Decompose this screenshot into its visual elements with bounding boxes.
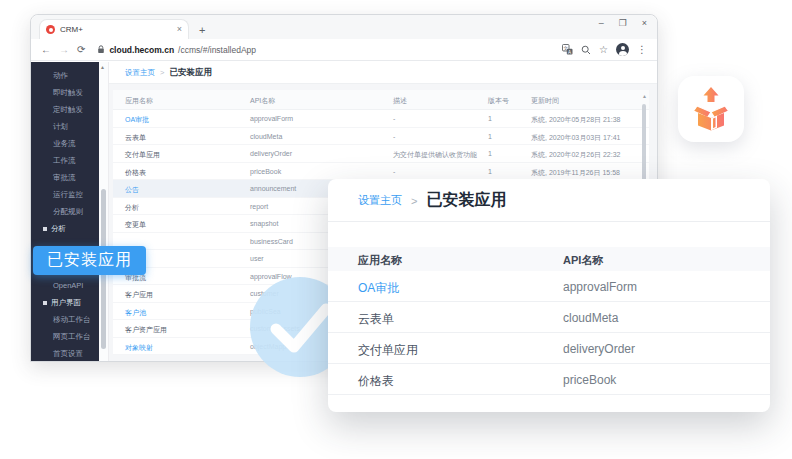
column-header: 更新时间 <box>531 96 559 106</box>
sidebar-item[interactable]: 工作流 <box>31 152 99 169</box>
sidebar-item[interactable]: 首页设置 <box>31 345 99 361</box>
breadcrumb-home-link[interactable]: 设置主页 <box>125 68 155 78</box>
sidebar-item[interactable]: 分析 <box>31 220 99 237</box>
sidebar-item[interactable]: 用户界面 <box>31 294 99 311</box>
app-name-cell: 分析 <box>125 203 139 213</box>
unbox-upload-icon <box>690 86 732 132</box>
sidebar-item[interactable]: 移动工作台 <box>31 311 99 328</box>
overlay-api-name-cell: cloudMeta <box>563 311 618 325</box>
overlay-api-name-cell: priceBook <box>563 373 616 387</box>
app-name-link[interactable]: 客户池 <box>125 308 146 318</box>
version-cell: 1 <box>488 150 492 157</box>
sidebar-item-label: 移动工作台 <box>53 315 91 325</box>
section-bullet-icon <box>43 227 47 231</box>
app-name-link[interactable]: 公告 <box>125 185 139 195</box>
overlay-breadcrumb-separator: > <box>411 195 417 207</box>
sidebar-item[interactable]: 审批流 <box>31 169 99 186</box>
close-button[interactable]: × <box>642 18 647 28</box>
sidebar-item[interactable]: 网页工作台 <box>31 328 99 345</box>
sidebar-item-label: 运行监控 <box>53 190 83 200</box>
sidebar-item-label: 审批流 <box>53 173 76 183</box>
overlay-table-row[interactable]: OA审批approvalForm <box>328 271 770 302</box>
url-domain: cloud.hecom.cn <box>109 45 174 55</box>
updated-time-cell: 系统, 2020年02月26日 22:32 <box>531 150 621 160</box>
app-name-link[interactable]: 对象映射 <box>125 343 153 353</box>
install-app-icon-card <box>678 76 744 142</box>
more-menu-icon[interactable]: ⋮ <box>637 45 647 55</box>
scroll-up-icon[interactable]: ▲ <box>100 64 105 70</box>
table-row[interactable]: 交付单应用deliveryOrder为交付单提供确认收货功能1系统, 2020年… <box>113 145 649 163</box>
profile-avatar[interactable] <box>616 43 629 56</box>
overlay-column-header: 应用名称 <box>358 253 402 268</box>
api-name-cell: cloudMeta <box>250 133 282 140</box>
tab-close-icon[interactable]: × <box>177 25 182 34</box>
column-header: 版本号 <box>488 96 509 106</box>
crm-logo-icon <box>46 25 55 34</box>
sidebar-item[interactable]: 计划 <box>31 118 99 135</box>
browser-toolbar: ← → ⟳ cloud.hecom.cn/ccms/#/installedApp… <box>31 39 657 61</box>
sidebar-item[interactable]: OpenAPI <box>31 277 99 294</box>
breadcrumb: 设置主页 > 已安装应用 <box>109 62 657 84</box>
zoom-icon[interactable] <box>581 45 591 55</box>
version-cell: 1 <box>488 133 492 140</box>
overlay-table-body: OA审批approvalForm云表单cloudMeta交付单应用deliver… <box>328 271 770 395</box>
sidebar-item[interactable]: 业务流 <box>31 135 99 152</box>
overlay-breadcrumb-home-link[interactable]: 设置主页 <box>358 193 402 208</box>
overlay-api-name-cell: approvalForm <box>563 280 637 294</box>
bookmark-star-icon[interactable]: ☆ <box>599 45 608 55</box>
lock-icon <box>97 45 105 54</box>
address-bar[interactable]: cloud.hecom.cn/ccms/#/installedApp <box>93 45 554 55</box>
description-cell: - <box>393 168 395 175</box>
table-row[interactable]: 价格表priceBook-1系统, 2019年11月26日 15:58 <box>113 163 649 181</box>
app-name-cell: 价格表 <box>125 168 146 178</box>
sidebar-item-label: 首页设置 <box>53 349 83 359</box>
sidebar-item[interactable]: 动作 <box>31 67 99 84</box>
description-cell: 为交付单提供确认收货功能 <box>393 150 477 160</box>
sidebar-item[interactable]: 即时触发 <box>31 84 99 101</box>
toolbar-actions: 文 A ☆ ⋮ <box>562 43 647 56</box>
table-row[interactable]: 云表单cloudMeta-1系统, 2020年03月03日 17:41 <box>113 128 649 146</box>
sidebar-item-label: 业务流 <box>53 139 76 149</box>
forward-button[interactable]: → <box>59 45 69 55</box>
breadcrumb-separator: > <box>160 68 164 77</box>
overlay-app-name-link[interactable]: OA审批 <box>358 280 399 297</box>
table-row[interactable]: OA审批approvalForm-1系统, 2020年05月28日 21:38 <box>113 110 649 128</box>
table-header-row: 应用名称API名称描述版本号更新时间 <box>113 90 649 110</box>
overlay-divider <box>328 221 770 222</box>
translate-icon[interactable]: 文 A <box>562 44 573 55</box>
sidebar-item-label: 定时触发 <box>53 105 83 115</box>
sidebar-item-label: 即时触发 <box>53 88 83 98</box>
updated-time-cell: 系统, 2020年03月03日 17:41 <box>531 133 621 143</box>
overlay-column-header: API名称 <box>563 253 603 268</box>
overlay-table-row[interactable]: 交付单应用deliveryOrder <box>328 333 770 364</box>
minimize-button[interactable]: – <box>599 18 604 28</box>
overlay-app-name-cell: 交付单应用 <box>358 342 418 359</box>
sidebar-item[interactable]: 分配规则 <box>31 203 99 220</box>
overlay-app-name-cell: 价格表 <box>358 373 394 390</box>
overlay-table-row[interactable]: 价格表priceBook <box>328 364 770 395</box>
new-tab-button[interactable]: + <box>199 24 205 36</box>
api-name-cell: report <box>250 203 268 210</box>
sidebar-item-label: 工作流 <box>53 156 76 166</box>
sidebar-item-label: 计划 <box>53 122 68 132</box>
overlay-api-name-cell: deliveryOrder <box>563 342 635 356</box>
url-path: /ccms/#/installedApp <box>178 45 256 55</box>
app-name-link[interactable]: OA审批 <box>125 115 149 125</box>
api-name-cell: announcement <box>250 185 296 192</box>
sidebar-item[interactable]: 定时触发 <box>31 101 99 118</box>
reload-button[interactable]: ⟳ <box>77 45 85 55</box>
restore-button[interactable]: ❐ <box>619 18 627 28</box>
back-button[interactable]: ← <box>41 45 51 55</box>
sidebar-item[interactable]: 运行监控 <box>31 186 99 203</box>
sidebar-menu: 动作即时触发定时触发计划业务流工作流审批流运行监控分配规则分析OpenAPI用户… <box>31 62 99 361</box>
overlay-page-title: 已安装应用 <box>426 190 506 211</box>
browser-tab[interactable]: CRM+ × <box>39 19 189 39</box>
sidebar-item-label: 动作 <box>53 71 68 81</box>
window-controls: – ❐ × <box>599 18 647 28</box>
sidebar-scrollbar[interactable]: ▲ <box>99 62 109 361</box>
table-scroll-up-icon[interactable]: ▲ <box>642 93 647 99</box>
overlay-table-row[interactable]: 云表单cloudMeta <box>328 302 770 333</box>
updated-time-cell: 系统, 2020年05月28日 21:38 <box>531 115 621 125</box>
api-name-cell: approvalForm <box>250 115 293 122</box>
api-name-cell: priceBook <box>250 168 281 175</box>
